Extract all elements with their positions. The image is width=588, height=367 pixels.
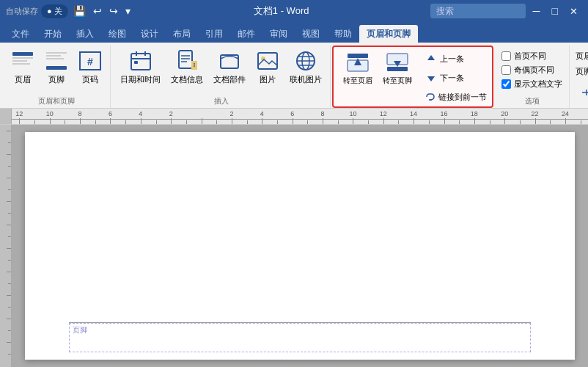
pagenumber-icon: # <box>78 49 102 73</box>
save-icon[interactable]: 💾 <box>71 4 88 18</box>
options-group-label: 选项 <box>499 95 565 106</box>
svg-rect-7 <box>46 66 67 70</box>
link-prev-button[interactable]: 链接到前一节 <box>420 88 486 106</box>
tab-design[interactable]: 设计 <box>133 25 166 43</box>
tab-file[interactable]: 文件 <box>4 25 37 43</box>
headerfooter-group-label: 页眉和页脚 <box>7 95 106 106</box>
minimize-button[interactable]: ─ <box>529 4 545 18</box>
goto-header-label: 转至页眉 <box>343 76 372 86</box>
picture-button[interactable]: 图片 <box>252 47 283 87</box>
svg-rect-14 <box>134 61 138 64</box>
link-icon <box>425 90 436 103</box>
next-label: 下一条 <box>440 73 464 84</box>
svg-rect-23 <box>258 53 277 69</box>
ribbon-tabs: 文件 开始 插入 绘图 设计 布局 引用 邮件 审阅 视图 帮助 页眉和页脚 <box>0 22 588 43</box>
tab-help[interactable]: 帮助 <box>327 25 359 43</box>
goto-footer-icon <box>386 51 409 74</box>
svg-rect-15 <box>179 51 192 68</box>
header-icon <box>11 49 34 73</box>
svg-rect-10 <box>131 54 150 70</box>
onlinepic-label: 联机图片 <box>290 74 322 85</box>
footer-bottom-dist-label: 页脚底端距离: <box>576 66 588 77</box>
docinfo-label: 文档信息 <box>171 74 203 85</box>
footer-area-label: 页脚 <box>73 325 87 335</box>
firstpage-diff-option[interactable]: 首页不同 <box>499 50 548 62</box>
autosave-toggle[interactable]: ● 关 <box>41 4 68 18</box>
tab-layout[interactable]: 布局 <box>166 25 198 43</box>
prev-section-button[interactable]: 上一条 <box>420 50 486 68</box>
left-ruler-inner <box>0 125 11 367</box>
align-tab-icon <box>580 86 588 99</box>
onlinepic-button[interactable]: 联机图片 <box>286 47 326 87</box>
docinfo-button[interactable]: 文档信息 <box>167 47 207 87</box>
tab-home[interactable]: 开始 <box>37 25 69 43</box>
insert-content: 日期和时间 文档信息 <box>117 47 326 95</box>
oddeven-diff-option[interactable]: 奇偶页不同 <box>499 64 556 76</box>
undo-icon[interactable]: ↩ <box>91 4 104 18</box>
docinfo-icon <box>175 49 199 73</box>
picture-label: 图片 <box>260 74 276 85</box>
footer-label: 页脚 <box>48 74 65 85</box>
goto-header-button[interactable]: 转至页眉 <box>339 48 376 88</box>
svg-marker-37 <box>427 76 435 81</box>
oddeven-diff-label: 奇偶页不同 <box>514 65 554 76</box>
document-area: 页脚 <box>0 125 588 367</box>
next-section-button[interactable]: 下一条 <box>420 69 486 87</box>
ruler: 1210864224681012141618202224 <box>0 109 588 125</box>
header-button[interactable]: 页眉 <box>7 47 38 87</box>
prev-icon <box>425 52 438 65</box>
svg-rect-5 <box>46 55 61 57</box>
datetime-label: 日期和时间 <box>120 74 161 85</box>
insert-align-tab-button[interactable]: 插入对齐制表位 <box>576 84 588 101</box>
show-doctext-label: 显示文档文字 <box>514 79 562 90</box>
prev-label: 上一条 <box>440 54 464 65</box>
link-label: 链接到前一节 <box>438 92 487 103</box>
svg-marker-19 <box>191 61 197 70</box>
title-bar-center: 文档1 - Word <box>254 4 309 18</box>
tab-review[interactable]: 审阅 <box>262 25 295 43</box>
maximize-button[interactable]: □ <box>548 4 562 18</box>
title-bar-right: ─ □ ✕ <box>430 4 582 18</box>
datetime-button[interactable]: 日期和时间 <box>117 47 164 87</box>
position-content: 页眉顶端距离: 1.5 厘 页脚底端距离: 1.75 厘 插入对齐制表位 <box>576 47 588 101</box>
footer-button[interactable]: 页脚 <box>41 47 72 87</box>
toggle-state: 关 <box>54 6 62 17</box>
svg-rect-3 <box>12 63 30 65</box>
tab-insert[interactable]: 插入 <box>69 25 101 43</box>
headerfooter-content: 页眉 页脚 # <box>7 47 106 95</box>
svg-rect-6 <box>46 58 64 59</box>
datetime-icon <box>129 49 152 73</box>
search-input[interactable] <box>430 4 526 18</box>
pagenumber-button[interactable]: # 页码 <box>75 47 106 87</box>
more-qa-icon[interactable]: ▾ <box>123 4 133 18</box>
goto-footer-button[interactable]: 转至页脚 <box>379 48 416 88</box>
tab-headerfooter[interactable]: 页眉和页脚 <box>359 25 418 43</box>
goto-footer-label: 转至页脚 <box>383 76 412 86</box>
docparts-button[interactable]: 文档部件 <box>210 47 249 87</box>
svg-rect-4 <box>46 52 67 54</box>
ribbon-group-insert: 日期和时间 文档信息 <box>112 46 331 108</box>
ribbon-group-position: 页眉顶端距离: 1.5 厘 页脚底端距离: 1.75 厘 插入对齐制表位 位置 <box>571 46 588 108</box>
svg-rect-30 <box>348 54 368 58</box>
footer-area: 页脚 <box>69 323 531 352</box>
next-icon <box>425 71 438 84</box>
redo-icon[interactable]: ↪ <box>107 4 120 18</box>
document-page: 页脚 <box>25 132 575 360</box>
svg-rect-2 <box>12 60 27 62</box>
footer-bottom-dist-item: 页脚底端距离: 1.75 厘 <box>576 65 588 78</box>
onlinepic-icon <box>294 49 317 73</box>
show-doctext-option[interactable]: 显示文档文字 <box>499 78 565 90</box>
oddeven-diff-checkbox[interactable] <box>501 65 511 75</box>
ribbon: 页眉 页脚 # <box>0 43 588 109</box>
picture-icon <box>256 49 279 73</box>
show-doctext-checkbox[interactable] <box>501 79 511 89</box>
tab-mailings[interactable]: 邮件 <box>230 25 262 43</box>
tab-references[interactable]: 引用 <box>198 25 230 43</box>
document-scroll[interactable]: 页脚 <box>12 125 588 367</box>
firstpage-diff-checkbox[interactable] <box>501 51 511 61</box>
toggle-dot: ● <box>47 7 52 15</box>
tab-draw[interactable]: 绘图 <box>101 25 133 43</box>
docparts-label: 文档部件 <box>213 74 246 85</box>
tab-view[interactable]: 视图 <box>295 25 327 43</box>
close-button[interactable]: ✕ <box>565 4 582 18</box>
